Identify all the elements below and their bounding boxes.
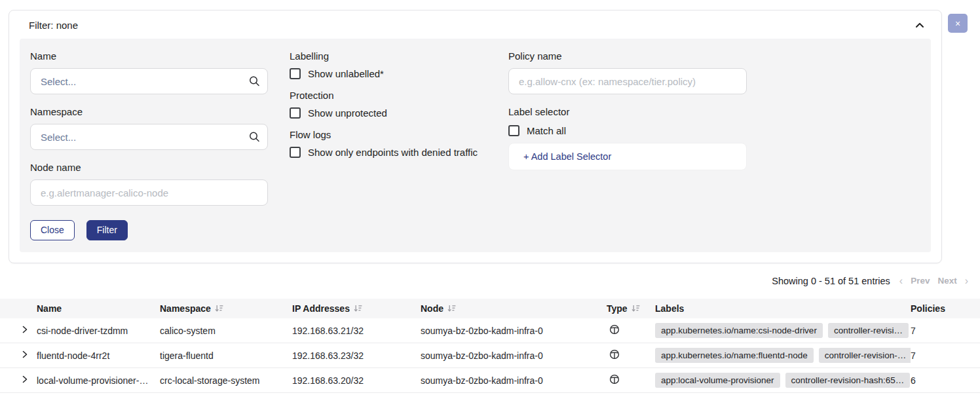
pagination-bar: Showing 0 - 51 of 51 entries ‹ Prev Next… bbox=[0, 274, 968, 288]
search-icon bbox=[249, 132, 260, 143]
pod-type-icon bbox=[609, 324, 620, 335]
labelling-heading: Labelling bbox=[290, 50, 487, 62]
expander-header bbox=[0, 299, 37, 318]
sort-icon[interactable] bbox=[354, 305, 362, 312]
chevron-right-icon bbox=[22, 350, 28, 360]
expand-row-button[interactable] bbox=[20, 373, 30, 388]
cell-namespace: crc-local-storage-system bbox=[160, 368, 292, 393]
cell-name: csi-node-driver-tzdmm bbox=[37, 318, 160, 343]
panel-close-button[interactable]: × bbox=[948, 14, 968, 33]
label-selector-group: Label selector Match all + Add Label Sel… bbox=[508, 106, 747, 170]
flow-logs-heading: Flow logs bbox=[290, 129, 487, 140]
denied-traffic-label: Show only endpoints with denied traffic bbox=[308, 147, 478, 158]
pod-type-icon bbox=[609, 374, 620, 385]
show-unprotected-row: Show unprotected bbox=[290, 107, 487, 119]
expand-row-button[interactable] bbox=[20, 323, 30, 338]
table-header-row: Name Namespace IP Addresses Node bbox=[0, 299, 980, 318]
denied-traffic-row: Show only endpoints with denied traffic bbox=[290, 147, 487, 158]
name-select-input[interactable] bbox=[30, 68, 268, 94]
show-unprotected-checkbox[interactable] bbox=[290, 107, 301, 119]
expand-row-button[interactable] bbox=[20, 348, 30, 363]
cell-ip: 192.168.63.21/32 bbox=[292, 318, 421, 343]
column-label: Namespace bbox=[160, 303, 211, 314]
add-label-selector-button[interactable]: + Add Label Selector bbox=[508, 143, 747, 170]
cell-policies: 7 bbox=[911, 318, 980, 343]
filter-column-right: Policy name Label selector Match all + A… bbox=[508, 50, 747, 170]
table-row: local-volume-provisioner-… crc-local-sto… bbox=[0, 368, 980, 393]
cell-node: soumya-bz-0zbo-kadm-infra-0 bbox=[421, 368, 607, 393]
show-unlabelled-label: Show unlabelled* bbox=[308, 68, 384, 79]
label-chip: app.kubernetes.io/name:csi-node-driver bbox=[655, 323, 823, 338]
cell-namespace: calico-system bbox=[160, 318, 292, 343]
collapse-panel-button[interactable] bbox=[911, 19, 928, 31]
cell-policies: 6 bbox=[911, 368, 980, 393]
cell-node: soumya-bz-0zbo-kadm-infra-0 bbox=[421, 318, 607, 343]
match-all-checkbox[interactable] bbox=[508, 125, 519, 136]
table-row: csi-node-driver-tzdmm calico-system 192.… bbox=[0, 318, 980, 343]
cell-namespace: tigera-fluentd bbox=[160, 343, 292, 368]
filter-title: Filter: none bbox=[29, 20, 78, 31]
label-chip: app:local-volume-provisioner bbox=[655, 373, 780, 388]
node-name-input[interactable] bbox=[30, 179, 268, 206]
search-icon bbox=[249, 76, 260, 87]
chevron-right-icon bbox=[22, 326, 28, 335]
column-header-node[interactable]: Node bbox=[421, 299, 607, 318]
pager: ‹ Prev Next › bbox=[899, 276, 968, 286]
cell-name: local-volume-provisioner-… bbox=[37, 368, 160, 393]
sort-icon[interactable] bbox=[631, 305, 640, 312]
namespace-field-group: Namespace bbox=[30, 106, 268, 150]
filter-header: Filter: none bbox=[20, 10, 931, 39]
label-chip: controller-revisi… bbox=[828, 323, 909, 338]
close-button[interactable]: Close bbox=[30, 220, 75, 240]
match-all-label: Match all bbox=[527, 125, 566, 136]
chevron-right-icon bbox=[22, 375, 28, 385]
name-field-label: Name bbox=[30, 50, 268, 62]
column-header-namespace[interactable]: Namespace bbox=[160, 299, 292, 318]
denied-traffic-checkbox[interactable] bbox=[290, 147, 301, 158]
column-label: Node bbox=[421, 303, 443, 314]
cell-node: soumya-bz-0zbo-kadm-infra-0 bbox=[421, 343, 607, 368]
next-page-link[interactable]: Next bbox=[937, 276, 956, 286]
policy-name-input[interactable] bbox=[508, 68, 747, 94]
protection-heading: Protection bbox=[290, 90, 487, 101]
labelling-group: Labelling Show unlabelled* bbox=[290, 50, 487, 79]
policy-name-field-label: Policy name bbox=[508, 50, 747, 62]
cell-ip: 192.168.63.23/32 bbox=[292, 343, 421, 368]
entries-summary: Showing 0 - 51 of 51 entries bbox=[772, 276, 890, 286]
filter-button[interactable]: Filter bbox=[86, 220, 128, 240]
table-row: fluentd-node-4rr2t tigera-fluentd 192.16… bbox=[0, 343, 980, 368]
node-name-field-group: Node name bbox=[30, 162, 268, 206]
prev-page-link[interactable]: Prev bbox=[911, 276, 930, 286]
filter-form: Name Namespace bbox=[20, 39, 931, 252]
column-label: Labels bbox=[655, 303, 684, 314]
show-unprotected-label: Show unprotected bbox=[308, 107, 387, 119]
label-chip: controller-revision-hash:65… bbox=[785, 373, 911, 388]
column-header-policies: Policies bbox=[911, 299, 980, 318]
label-chip: app.kubernetes.io/name:fluentd-node bbox=[655, 348, 814, 363]
cell-policies: 7 bbox=[911, 343, 980, 368]
chevron-up-icon bbox=[915, 20, 924, 30]
namespace-select-input[interactable] bbox=[30, 124, 268, 150]
match-all-row: Match all bbox=[508, 125, 747, 136]
chevron-right-icon[interactable]: › bbox=[965, 276, 968, 286]
show-unlabelled-row: Show unlabelled* bbox=[290, 68, 487, 79]
column-label: Policies bbox=[911, 303, 945, 314]
policy-name-field-group: Policy name bbox=[508, 50, 747, 94]
namespace-field-label: Namespace bbox=[30, 106, 268, 117]
column-header-labels: Labels bbox=[655, 299, 911, 318]
sort-icon[interactable] bbox=[447, 305, 456, 312]
flow-logs-group: Flow logs Show only endpoints with denie… bbox=[290, 129, 487, 158]
column-label: IP Addresses bbox=[292, 303, 350, 314]
column-header-type[interactable]: Type bbox=[607, 299, 655, 318]
chevron-left-icon[interactable]: ‹ bbox=[899, 276, 903, 286]
name-field-group: Name bbox=[30, 50, 268, 94]
show-unlabelled-checkbox[interactable] bbox=[290, 68, 301, 79]
column-header-name: Name bbox=[37, 299, 160, 318]
label-chip: controller-revision-… bbox=[819, 348, 911, 363]
sort-icon[interactable] bbox=[215, 305, 223, 312]
column-header-ip-addresses[interactable]: IP Addresses bbox=[292, 299, 421, 318]
endpoints-table: Name Namespace IP Addresses Node bbox=[0, 299, 980, 395]
node-name-field-label: Node name bbox=[30, 162, 268, 173]
filter-buttons: Close Filter bbox=[30, 220, 268, 240]
label-selector-heading: Label selector bbox=[508, 106, 747, 117]
